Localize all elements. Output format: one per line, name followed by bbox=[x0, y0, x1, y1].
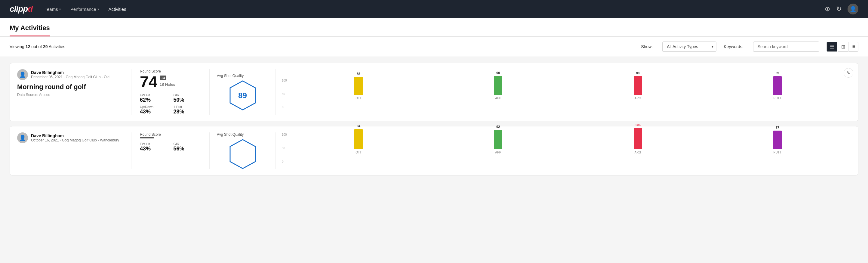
activity-type-dropdown[interactable]: All Activity Types bbox=[662, 41, 716, 52]
logo-d: d bbox=[28, 4, 32, 13]
page-title: My Activities bbox=[10, 18, 50, 36]
activity-type-dropdown-wrapper: All Activity Types ▾ bbox=[662, 41, 716, 52]
stat-grid: FW Hit 43% GIR 56% bbox=[140, 142, 201, 152]
gir-stat: GIR 50% bbox=[174, 93, 201, 103]
toolbar: Viewing 12 out of 29 Activities Show: Al… bbox=[0, 37, 868, 57]
nav-activities[interactable]: Activities bbox=[108, 7, 126, 12]
card-stats: Round Score 74 +4 18 Holes FW Hit 62% GI… bbox=[131, 69, 210, 115]
chart-y-labels: 100 50 0 bbox=[282, 133, 287, 163]
bar-group-putt: 87 PUTT bbox=[710, 126, 845, 154]
card-left: 👤 Dave Billingham December 05, 2021 · Go… bbox=[17, 69, 131, 115]
card-quality: Avg Shot Quality bbox=[210, 133, 276, 169]
data-source: Data Source: Arccos bbox=[17, 93, 124, 97]
chart-area: 100 50 0 85 OTT 90 APP bbox=[282, 79, 845, 115]
chart-area: 100 50 0 94 OTT 92 APP bbox=[282, 133, 845, 169]
svg-marker-1 bbox=[230, 140, 255, 169]
user-date: October 16, 2021 · Gog Magog Golf Club -… bbox=[31, 138, 119, 142]
bar-group-app: 90 APP bbox=[431, 71, 565, 100]
activity-card: 👤 Dave Billingham October 16, 2021 · Gog… bbox=[10, 126, 858, 175]
user-date: December 05, 2021 · Gog Magog Golf Club … bbox=[31, 75, 110, 79]
one-putt-stat: 1 Putt 28% bbox=[174, 105, 201, 115]
round-score-label: Round Score bbox=[140, 69, 201, 74]
hexagon bbox=[229, 139, 256, 169]
holes-label: 18 Holes bbox=[160, 82, 175, 87]
search-input[interactable] bbox=[753, 41, 819, 52]
avatar-person-icon: 👤 bbox=[19, 135, 26, 141]
bar-app bbox=[494, 76, 502, 95]
bar-group-ott: 94 OTT bbox=[291, 124, 426, 154]
user-row: 👤 Dave Billingham December 05, 2021 · Go… bbox=[17, 69, 124, 80]
card-left: 👤 Dave Billingham October 16, 2021 · Gog… bbox=[17, 133, 131, 169]
activities-list: 👤 Dave Billingham December 05, 2021 · Go… bbox=[0, 57, 868, 181]
nav-links: Teams ▾ Performance ▾ Activities bbox=[44, 7, 813, 12]
quality-label: Avg Shot Quality bbox=[217, 133, 244, 137]
bar-group-ott: 85 OTT bbox=[291, 72, 426, 100]
logo[interactable]: clippd bbox=[10, 4, 32, 14]
bar-arg bbox=[634, 128, 642, 149]
nav-right: ⊕ ↻ 👤 bbox=[825, 4, 858, 14]
user-info: Dave Billingham December 05, 2021 · Gog … bbox=[31, 70, 110, 79]
avatar: 👤 bbox=[17, 69, 28, 80]
add-icon[interactable]: ⊕ bbox=[825, 5, 830, 13]
stat-grid: FW Hit 62% GIR 50% Up/Down 43% 1 Putt 28… bbox=[140, 93, 201, 115]
compact-view-button[interactable]: ≡ bbox=[849, 42, 858, 52]
nav-performance[interactable]: Performance ▾ bbox=[70, 7, 99, 12]
hexagon-wrapper bbox=[229, 139, 256, 169]
bar-putt bbox=[773, 76, 782, 95]
user-row: 👤 Dave Billingham October 16, 2021 · Gog… bbox=[17, 133, 124, 143]
bars-container: 85 OTT 90 APP 89 ARG bbox=[282, 79, 845, 106]
edit-button[interactable]: ✎ bbox=[844, 68, 853, 78]
bar-putt bbox=[773, 130, 782, 149]
bar-group-putt: 89 PUTT bbox=[710, 71, 845, 100]
bar-group-arg: 89 ARG bbox=[570, 71, 705, 100]
round-score-row: 74 +4 18 Holes bbox=[140, 74, 201, 90]
card-quality: Avg Shot Quality 89 bbox=[210, 69, 276, 115]
round-score-value: 74 bbox=[140, 74, 157, 90]
bar-arg bbox=[634, 76, 642, 95]
navbar: clippd Teams ▾ Performance ▾ Activities … bbox=[0, 0, 868, 18]
user-avatar-nav[interactable]: 👤 bbox=[847, 4, 858, 14]
bar-ott bbox=[354, 129, 363, 149]
performance-chevron-icon: ▾ bbox=[97, 7, 99, 11]
user-info: Dave Billingham October 16, 2021 · Gog M… bbox=[31, 133, 119, 142]
show-label: Show: bbox=[641, 44, 653, 49]
activity-card: 👤 Dave Billingham December 05, 2021 · Go… bbox=[10, 63, 858, 121]
bar-group-app: 92 APP bbox=[431, 125, 565, 154]
hexagon: 89 bbox=[229, 80, 256, 111]
round-score-row bbox=[140, 137, 201, 139]
teams-chevron-icon: ▾ bbox=[59, 7, 61, 11]
avatar: 👤 bbox=[17, 133, 28, 143]
fw-hit-stat: FW Hit 62% bbox=[140, 93, 167, 103]
keywords-label: Keywords: bbox=[724, 44, 743, 49]
score-placeholder bbox=[140, 137, 154, 139]
avatar-icon: 👤 bbox=[850, 6, 856, 12]
fw-hit-stat: FW Hit 43% bbox=[140, 142, 167, 152]
updown-stat: Up/Down 43% bbox=[140, 105, 167, 115]
user-name: Dave Billingham bbox=[31, 133, 119, 138]
page-header: My Activities bbox=[0, 18, 868, 37]
score-badge: +4 bbox=[160, 76, 166, 80]
chart-y-labels: 100 50 0 bbox=[282, 79, 287, 109]
bar-ott bbox=[354, 77, 363, 95]
avatar-person-icon: 👤 bbox=[19, 71, 26, 78]
viewing-text: Viewing 12 out of 29 Activities bbox=[10, 44, 634, 49]
quality-label: Avg Shot Quality bbox=[217, 74, 244, 78]
bar-app bbox=[494, 130, 502, 149]
list-view-button[interactable]: ☰ bbox=[827, 42, 837, 52]
card-chart: 100 50 0 94 OTT 92 APP bbox=[276, 133, 851, 169]
gir-stat: GIR 56% bbox=[174, 142, 201, 152]
refresh-icon[interactable]: ↻ bbox=[836, 5, 841, 13]
round-score-label: Round Score bbox=[140, 133, 201, 137]
view-toggle: ☰ ⊞ ≡ bbox=[827, 42, 858, 52]
user-name: Dave Billingham bbox=[31, 70, 110, 75]
hexagon-wrapper: 89 bbox=[229, 80, 256, 111]
card-stats: Round Score FW Hit 43% GIR 56% bbox=[131, 133, 210, 169]
hexagon-score: 89 bbox=[238, 91, 247, 100]
bars-container: 94 OTT 92 APP 106 ARG 8 bbox=[282, 133, 845, 160]
nav-teams[interactable]: Teams ▾ bbox=[44, 7, 60, 12]
bar-group-arg: 106 ARG bbox=[570, 123, 705, 154]
round-title: Morning round of golf bbox=[17, 83, 124, 91]
grid-view-button[interactable]: ⊞ bbox=[838, 42, 848, 52]
card-chart: 100 50 0 85 OTT 90 APP bbox=[276, 69, 851, 115]
logo-colored: clipp bbox=[10, 4, 28, 13]
